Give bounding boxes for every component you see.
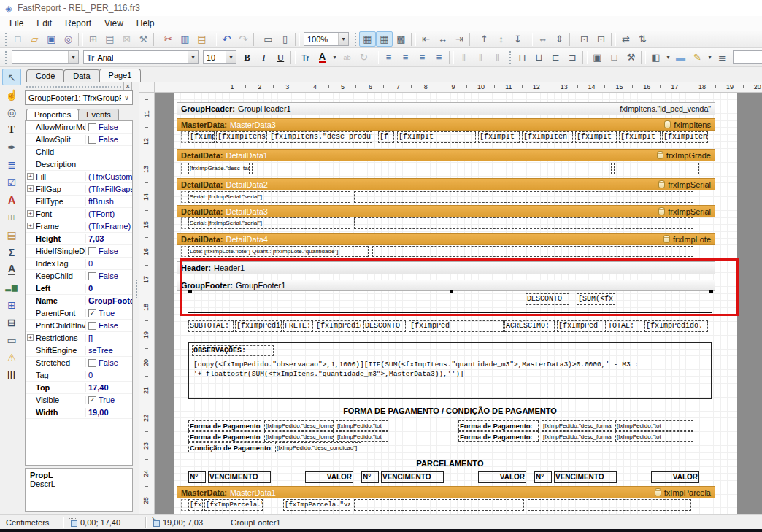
space-vertically-icon[interactable]: ⇕▾ — [551, 31, 568, 47]
memo-object[interactable]: [fxImpPedido."desc_forma3" — [542, 420, 612, 431]
checkbox-icon[interactable] — [88, 272, 96, 280]
zoom-tool-icon[interactable]: ◎▾ — [2, 104, 21, 120]
memo-object[interactable]: VALOR — [651, 471, 699, 483]
frame-right-icon[interactable]: ⊐▾ — [564, 50, 581, 65]
memo-object[interactable]: [fxImpPedido."desc_forma2" — [264, 431, 334, 442]
align-text-left-icon[interactable]: ≡▾ — [380, 50, 397, 65]
band-header1[interactable]: Header: Header1 — [177, 261, 715, 274]
memo-object[interactable]: Forma de Pagamento: — [188, 431, 261, 442]
subreport-object-icon[interactable]: ▤▾ — [2, 226, 21, 243]
table-object-icon[interactable]: ⊟▾ — [2, 314, 21, 331]
KeepChild[interactable]: + KeepChild False — [26, 270, 132, 282]
Tag[interactable]: + Tag 0 — [26, 369, 132, 382]
font-color-icon[interactable]: A▾ — [314, 50, 331, 65]
checkbox-icon[interactable] — [88, 123, 96, 131]
cut-icon[interactable]: ✂▾ — [160, 31, 177, 47]
Top[interactable]: + Top 17,40 — [26, 382, 132, 394]
memo-object[interactable]: VENCIMENTO — [554, 471, 617, 483]
memo-object[interactable] — [354, 499, 524, 511]
memo-object[interactable]: [SUM(<fx — [577, 293, 615, 305]
checkbox-icon[interactable] — [88, 136, 96, 144]
new-dialog-icon[interactable]: ▤▾ — [101, 31, 118, 47]
pen-color-icon[interactable]: ✎▾ — [689, 50, 706, 65]
font-name-select[interactable]: TrArial▾ — [83, 50, 199, 64]
zoom-select[interactable]: 100%▾ — [304, 32, 349, 46]
paste-icon[interactable]: ▤▾ — [193, 31, 210, 47]
center-vertically-icon[interactable]: ⊡▾ — [593, 31, 609, 47]
line-width-select[interactable]: ▾ — [733, 50, 762, 64]
memo-object[interactable]: [fxImpPedido."desc_condicao"] — [275, 442, 361, 452]
tab-data[interactable]: Data — [64, 69, 99, 82]
Fill[interactable]: + Fill (TfrxCustomFill) — [26, 171, 132, 183]
menu-edit[interactable]: Edit — [30, 17, 58, 30]
align-text-top-icon[interactable]: ‖▾ — [455, 50, 472, 65]
copy-icon[interactable]: ▥▾ — [177, 31, 193, 47]
memo-object[interactable]: [fxImpPed — [409, 320, 504, 332]
HideIfSingleDa[interactable]: + HideIfSingleDa False — [26, 245, 132, 258]
band-detaildata2[interactable]: DetailData: DetailData2 frxImpSerial — [177, 178, 715, 190]
memo-object[interactable] — [354, 217, 693, 229]
frame-none-icon[interactable]: □▾ — [606, 50, 623, 65]
open-report-icon[interactable]: ▱▾ — [26, 31, 43, 47]
memo-object[interactable]: ACRÉSCIMO: — [504, 320, 555, 332]
memo-object[interactable]: [fxImpIten — [522, 131, 573, 143]
memo-object[interactable]: [fxI — [188, 499, 203, 511]
memo-object[interactable] — [528, 499, 691, 511]
memo-object[interactable]: [fxImpIt — [619, 131, 661, 143]
save-report-icon[interactable]: ▣▾ — [43, 31, 60, 47]
memo-object[interactable]: [fxImpParcela."val — [283, 499, 350, 511]
shape-object-icon[interactable]: ▭▾ — [2, 331, 21, 348]
memo-object[interactable]: VENCIMENTO — [381, 471, 444, 483]
tab-code[interactable]: Code — [26, 69, 64, 82]
delete-page-icon[interactable]: ⊠▾ — [118, 31, 135, 47]
band-masterdata1[interactable]: MasterData: MasterData1 fxImpParcela — [177, 486, 715, 498]
Name[interactable]: + Name GroupFooter1 — [26, 295, 132, 307]
memo-object[interactable]: SUBTOTAL: — [188, 320, 234, 332]
font-settings-icon[interactable]: Tr▾ — [297, 50, 314, 65]
memo-object[interactable]: [f — [378, 131, 394, 143]
chart-object-icon[interactable]: ▂▆▾ — [2, 279, 21, 296]
memo-object[interactable]: Serial: [frxImpSerial."serial"] — [188, 191, 350, 203]
tab-properties[interactable]: Properties — [26, 109, 79, 120]
ParentFont[interactable]: + ParentFont True — [26, 307, 132, 320]
PrintChildIfInv[interactable]: + PrintChildIfInv False — [26, 320, 132, 332]
memo-object[interactable] — [354, 191, 693, 203]
memo-object[interactable]: [fxImpParcela." — [204, 499, 263, 511]
menu-report[interactable]: Report — [58, 17, 98, 30]
menu-view[interactable]: View — [98, 17, 130, 30]
bold-icon[interactable]: B▾ — [239, 50, 255, 65]
band-groupheader1[interactable]: GroupHeader: GroupHeader1 fxImpItens."id… — [177, 102, 715, 115]
Left[interactable]: + Left 0 — [26, 282, 132, 295]
memo-object[interactable]: [fxImpPedido."tot — [615, 431, 693, 442]
ShiftEngine[interactable]: + ShiftEngine seTree — [26, 344, 132, 357]
fit-to-grid-icon[interactable]: ▩▾ — [393, 31, 409, 47]
memo-object[interactable]: [fxImpPedido."desc_forma4" — [542, 431, 612, 442]
expand-icon[interactable]: + — [27, 210, 34, 217]
memo-object[interactable]: [fxImpPedido."desc_forma"] — [264, 420, 334, 431]
undo-icon[interactable]: ↶▾ — [218, 31, 235, 47]
Description[interactable]: + Description — [26, 158, 132, 171]
barcode-object-icon[interactable]: |||▾ — [2, 366, 21, 383]
memo-object[interactable]: [fxImpItens." — [216, 131, 267, 143]
same-width-icon[interactable]: ⇄▾ — [617, 31, 634, 47]
AllowMirrorMo[interactable]: + AllowMirrorMo False — [26, 121, 132, 134]
selection-handle[interactable] — [709, 290, 713, 293]
expand-icon[interactable]: + — [27, 223, 34, 229]
memo-object[interactable]: FRETE: — [283, 320, 313, 332]
memo-object[interactable]: [fxImpPedido."tot — [615, 420, 693, 431]
center-horizontally-icon[interactable]: ⊡▾ — [576, 31, 593, 47]
memo-object[interactable]: VALOR — [305, 471, 353, 483]
tab-events[interactable]: Events — [78, 109, 119, 120]
memo-object[interactable]: [fxImpPedido. — [235, 320, 282, 332]
Height[interactable]: + Height 7,03 — [26, 233, 132, 245]
close-inspector-icon[interactable]: ✕ — [123, 82, 132, 90]
frame-edit-icon[interactable]: ⚒▾ — [623, 50, 639, 65]
memo-object[interactable]: [fxImpIt — [478, 131, 520, 143]
memo-object[interactable]: [fxImpIt — [575, 131, 617, 143]
rotate-text-icon[interactable]: ↻▾ — [355, 50, 372, 65]
align-horizontal-centers-icon[interactable]: ↔▾ — [434, 31, 451, 47]
memo-object[interactable] — [614, 163, 699, 174]
align-left-edges-icon[interactable]: ⇤▾ — [417, 31, 434, 47]
select-tool-icon[interactable]: ↖▾ — [2, 69, 21, 85]
style-select[interactable]: ▾ — [12, 50, 79, 64]
